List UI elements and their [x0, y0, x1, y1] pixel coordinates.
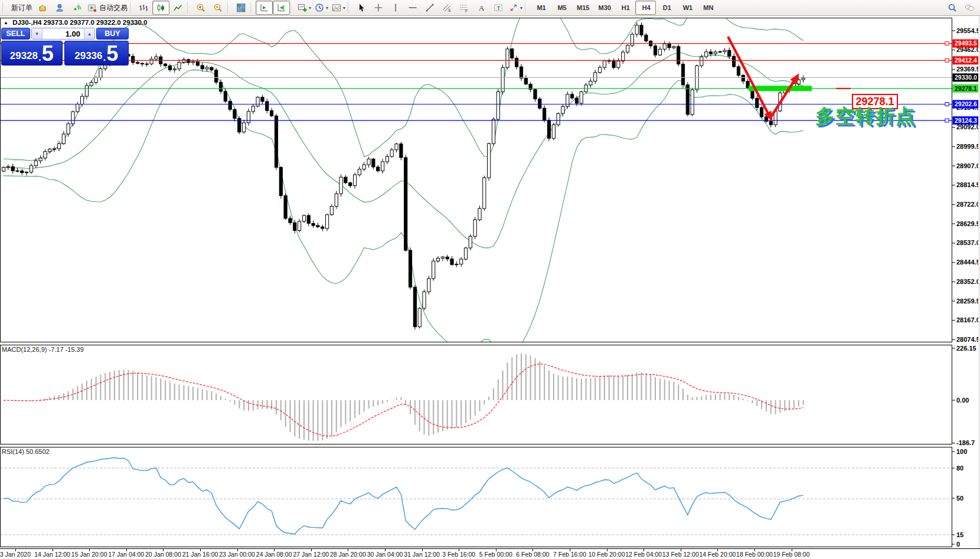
price-axis-tick: 28074.5: [956, 336, 980, 343]
toolbar-zoom-in-button[interactable]: [192, 1, 210, 15]
toolbar-tf-m15-button[interactable]: M15: [571, 1, 593, 15]
rsi-indicator-label: RSI(14) 50.6502: [2, 448, 50, 455]
toolbar-auto-scroll-button[interactable]: [256, 1, 273, 15]
volume-decrease-button[interactable]: ▾: [32, 28, 43, 39]
chart-title: ▲ DJ30-,H4 29373.0 29377.0 29322.0 29330…: [4, 19, 147, 26]
toolbar-new-order-button[interactable]: 新订单: [8, 1, 34, 15]
toolbar-data-window-button[interactable]: [51, 1, 68, 15]
price-tag[interactable]: 29493.5: [953, 40, 980, 48]
time-axis-label: 24 Jan 08:00: [256, 551, 292, 558]
time-axis-label: 13 Feb 12:00: [662, 551, 699, 558]
price-tag[interactable]: 29330.0: [953, 73, 980, 81]
toolbar-text-label-button[interactable]: T: [490, 1, 507, 15]
toolbar-separator: [227, 2, 231, 13]
line-handle[interactable]: [945, 58, 949, 62]
toolbar-auto-trading-button[interactable]: 自动交易: [86, 1, 129, 15]
time-axis-label: 7 Feb 16:00: [553, 551, 586, 558]
toolbar-equidistant-channel-button[interactable]: E: [439, 1, 456, 15]
price-axis-tick: 28259.5: [956, 298, 980, 305]
price-axis-tick: 28907.0: [956, 162, 980, 169]
time-axis-label: 21 Jan 16:00: [182, 551, 218, 558]
line-handle[interactable]: [945, 42, 949, 45]
price-axis-tick: 28814.5: [956, 181, 980, 188]
toolbar-new-chart-button[interactable]: ▾: [296, 1, 313, 15]
toolbar-chat-button[interactable]: [961, 1, 978, 15]
sell-button[interactable]: SELL: [1, 28, 30, 40]
price-axis-tick: 29369.5: [956, 66, 980, 73]
macd-indicator-label: MACD(12,26,9) -7.17 -15.39: [2, 346, 84, 353]
buy-price-button[interactable]: 29336.5: [64, 41, 129, 66]
toolbar-tf-w1-button[interactable]: W1: [677, 1, 697, 15]
buy-price-main: 29336: [74, 48, 102, 64]
price-tag[interactable]: 29278.1: [953, 84, 980, 93]
sell-price-button[interactable]: 29328.5: [1, 41, 63, 66]
toolbar-fibonacci-button[interactable]: F: [456, 1, 473, 15]
price-axis-tick: 28537.0: [956, 239, 980, 246]
rsi-axis-tick: 80: [956, 465, 963, 472]
volume-input[interactable]: 1.00: [43, 28, 84, 39]
toolbar-crosshair-button[interactable]: [370, 1, 387, 15]
chart-symbol-period: DJ30-,H4: [12, 19, 41, 26]
toolbar-periods-button[interactable]: ▾: [313, 1, 330, 15]
rsi-axis-tick: 50: [956, 495, 963, 502]
volume-increase-button[interactable]: ▴: [84, 28, 94, 39]
volume-stepper: ▾ 1.00 ▴: [31, 28, 95, 40]
price-tag[interactable]: 29202.6: [953, 100, 980, 109]
toolbar-chart-shift-button[interactable]: [273, 1, 290, 15]
svg-text:29330.0: 29330.0: [955, 74, 977, 81]
sell-price-main: 29328: [10, 48, 38, 64]
toolbar-templates-button[interactable]: ▾: [330, 1, 347, 15]
toolbar-separator: [187, 2, 191, 13]
toolbar-separator: [250, 2, 254, 13]
time-axis-label: 27 Jan 12:00: [293, 551, 329, 558]
buy-button[interactable]: BUY: [96, 28, 129, 40]
time-axis-label: 14 Jan 12:00: [34, 551, 70, 558]
toolbar-separator: [348, 2, 351, 13]
trade-panel: SELL ▾ 1.00 ▴ BUY 29328.5 29336.5: [1, 28, 129, 66]
buy-price-dot: .: [103, 52, 106, 64]
price-chart-svg[interactable]: 29554.529462.029369.529277.029184.529092…: [0, 17, 980, 559]
toolbar-tf-d1-button[interactable]: D1: [656, 1, 677, 15]
annotation-text[interactable]: 多空转折点: [815, 103, 916, 130]
price-tag[interactable]: 29412.4: [953, 56, 980, 64]
toolbar-tf-h1-button[interactable]: H1: [615, 1, 635, 15]
toolbar-candlestick-chart-button[interactable]: [152, 1, 169, 15]
line-handle[interactable]: [945, 119, 949, 122]
time-axis-label: 28 Jan 20:00: [330, 551, 366, 558]
toolbar-horizontal-line-button[interactable]: [404, 1, 422, 15]
toolbar-separator: [2, 2, 6, 13]
toolbar-navigator-button[interactable]: [68, 1, 86, 15]
toolbar-tf-h4-button[interactable]: H4: [635, 1, 656, 15]
toolbar-arrows-button[interactable]: ▾: [507, 1, 524, 15]
toolbar-zoom-out-button[interactable]: [210, 1, 227, 15]
chart-canvas[interactable]: 29554.529462.029369.529277.029184.529092…: [0, 17, 980, 559]
sell-price-fraction: 5: [42, 44, 54, 64]
sell-price-dot: .: [38, 52, 41, 64]
price-axis-tick: 28352.0: [956, 278, 980, 285]
toolbar-trendline-button[interactable]: [422, 1, 439, 15]
toolbar-separator: [525, 2, 528, 13]
line-handle[interactable]: [945, 103, 949, 106]
svg-text:29202.6: 29202.6: [955, 100, 977, 107]
toolbar-cursor-button[interactable]: [353, 1, 370, 15]
toolbar-tf-mn-button[interactable]: MN: [697, 1, 718, 15]
toolbar-bar-chart-button[interactable]: [135, 1, 152, 15]
toolbar-tile-windows-button[interactable]: [233, 1, 250, 15]
time-axis-label: 30 Jan 04:00: [367, 551, 403, 558]
toolbar-text-button[interactable]: A: [473, 1, 490, 15]
toolbar-search-button[interactable]: [944, 1, 961, 15]
toolbar-tf-m1-button[interactable]: M1: [530, 1, 551, 15]
annotation-zone[interactable]: [749, 86, 812, 91]
price-axis-tick: 28167.0: [956, 316, 980, 323]
toolbar-tf-m5-button[interactable]: M5: [551, 1, 571, 15]
toolbar-market-watch-button[interactable]: [34, 1, 51, 15]
time-axis-label: 17 Jan 04:00: [108, 551, 144, 558]
chart-ohlc-values: 29373.0 29377.0 29322.0 29330.0: [44, 19, 148, 26]
toolbar-vertical-line-button[interactable]: [387, 1, 404, 15]
toolbar-line-chart-button[interactable]: [169, 1, 187, 15]
toolbar-tf-m30-button[interactable]: M30: [593, 1, 614, 15]
price-tag[interactable]: 29124.3: [953, 116, 980, 125]
time-axis-label: 6 Feb 08:00: [516, 551, 549, 558]
time-axis-label: 10 Feb 20:00: [589, 551, 625, 558]
time-axis-label: 23 Jan 00:00: [219, 551, 255, 558]
